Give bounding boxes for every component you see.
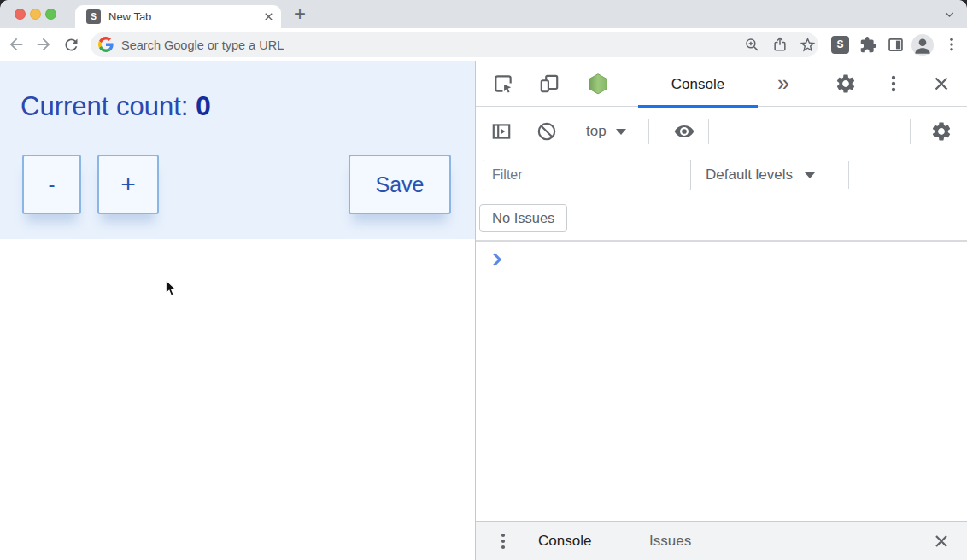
maximize-window-button[interactable] — [45, 9, 56, 20]
profile-avatar-icon[interactable] — [911, 34, 934, 56]
divider — [910, 119, 911, 144]
browser-tab[interactable]: S New Tab — [75, 5, 281, 28]
reload-icon[interactable] — [62, 36, 80, 54]
count-value: 0 — [196, 90, 211, 121]
browser-window: S New Tab + S Cur — [0, 0, 967, 560]
forward-icon[interactable] — [34, 35, 53, 54]
address-bar-input[interactable] — [121, 32, 600, 57]
counter-panel: Current count: 0 - + Save — [0, 61, 475, 239]
console-filter-row: Default levels — [476, 154, 967, 198]
divider — [648, 119, 649, 144]
issues-row: No Issues — [476, 198, 967, 239]
drawer-tab-console[interactable]: Console — [538, 522, 591, 560]
page-title: Current count: 0 — [21, 90, 211, 122]
tab-title: New Tab — [108, 5, 151, 28]
side-panel-icon[interactable] — [887, 36, 905, 54]
log-levels-label: Default levels — [706, 166, 793, 184]
divider — [848, 161, 849, 189]
more-tabs-icon[interactable]: » — [772, 61, 794, 107]
bookmark-star-icon[interactable] — [799, 36, 817, 54]
address-bar[interactable] — [91, 32, 818, 57]
devtools-settings-gear-icon[interactable] — [835, 73, 857, 95]
nodejs-icon[interactable] — [587, 73, 609, 95]
tab-search-chevron-icon[interactable] — [942, 9, 957, 20]
console-sidebar-toggle-icon[interactable] — [490, 120, 513, 143]
count-label: Current count: — [21, 91, 188, 121]
browser-menu-kebab-icon[interactable] — [943, 36, 960, 53]
new-tab-button[interactable]: + — [294, 0, 306, 28]
divider — [812, 70, 812, 98]
page-viewport: Current count: 0 - + Save — [0, 61, 475, 560]
save-button[interactable]: Save — [349, 155, 451, 214]
drawer-menu-kebab-icon[interactable] — [493, 531, 513, 551]
frame-selector-label: top — [586, 123, 607, 140]
log-levels-dropdown[interactable]: Default levels — [706, 154, 815, 196]
console-messages-area[interactable] — [476, 242, 967, 521]
live-expression-eye-icon[interactable] — [673, 120, 695, 143]
devtools-menu-kebab-icon[interactable] — [883, 73, 904, 94]
tab-strip: S New Tab + — [0, 0, 967, 28]
no-issues-button[interactable]: No Issues — [479, 204, 567, 232]
devtools-panel: Console » top — [475, 61, 967, 560]
devtools-close-icon[interactable] — [930, 73, 952, 95]
devtools-drawer: Console Issues — [476, 521, 967, 560]
decrement-button[interactable]: - — [22, 155, 81, 214]
close-window-button[interactable] — [15, 9, 26, 20]
console-toolbar: top — [476, 108, 967, 155]
extension-s-icon[interactable]: S — [831, 36, 849, 54]
drawer-close-icon[interactable] — [931, 531, 952, 551]
inspect-element-icon[interactable] — [492, 73, 514, 95]
console-settings-gear-icon[interactable] — [930, 120, 952, 143]
drawer-tab-issues[interactable]: Issues — [649, 522, 691, 560]
divider — [571, 119, 571, 144]
share-icon[interactable] — [771, 36, 788, 53]
console-filter-input[interactable] — [483, 160, 691, 190]
divider — [708, 119, 709, 144]
device-toolbar-icon[interactable] — [538, 73, 560, 95]
extensions-puzzle-icon[interactable] — [859, 36, 877, 54]
console-prompt-chevron-icon[interactable] — [492, 252, 502, 267]
mouse-cursor — [165, 279, 178, 298]
divider — [630, 70, 630, 98]
zoom-in-icon[interactable] — [744, 37, 760, 53]
content-area: Current count: 0 - + Save Console — [0, 61, 967, 560]
back-icon[interactable] — [7, 35, 26, 54]
console-tab-label: Console — [671, 76, 724, 92]
devtools-main-toolbar: Console » — [476, 61, 967, 107]
chevron-down-icon — [616, 129, 626, 135]
tab-favicon-icon: S — [86, 9, 101, 24]
frame-context-selector[interactable]: top — [586, 108, 626, 155]
browser-toolbar: S — [0, 28, 967, 61]
tab-close-icon[interactable] — [262, 10, 275, 23]
chevron-down-icon — [805, 172, 815, 178]
increment-button[interactable]: + — [97, 155, 159, 214]
tab-console[interactable]: Console — [638, 61, 758, 107]
clear-console-icon[interactable] — [536, 120, 558, 143]
google-g-icon — [98, 37, 114, 52]
minimize-window-button[interactable] — [30, 9, 41, 20]
